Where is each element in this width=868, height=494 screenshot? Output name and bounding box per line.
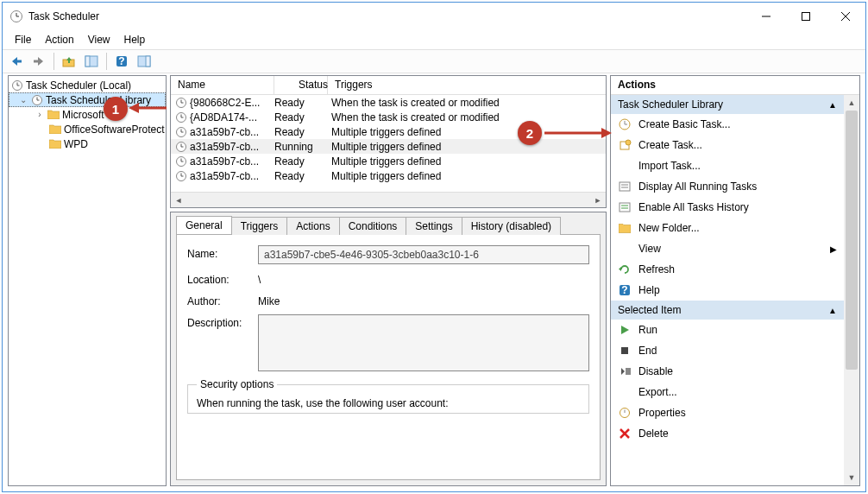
action-item[interactable]: Delete [611, 423, 844, 444]
close-button[interactable] [826, 3, 865, 29]
action-label: Help [638, 284, 660, 296]
task-triggers: When the task is created or modified [326, 111, 606, 124]
tab-conditions[interactable]: Conditions [339, 217, 407, 235]
forward-button[interactable] [28, 51, 49, 72]
tree-root[interactable]: Task Scheduler (Local) [9, 78, 166, 92]
security-legend: Security options [197, 378, 277, 390]
scroll-up-button[interactable]: ▲ [844, 95, 859, 111]
tree-child-wpd[interactable]: WPD [9, 136, 166, 151]
svg-marker-51 [619, 267, 621, 271]
actions-section-header[interactable]: Task Scheduler Library▲ [611, 95, 844, 114]
action-item[interactable]: View▶ [611, 238, 844, 259]
disable-icon [618, 365, 632, 377]
scroll-left-button[interactable]: ◄ [171, 193, 186, 207]
action-item[interactable]: Disable [611, 361, 844, 382]
actions-section-header[interactable]: Selected Item▲ [611, 301, 844, 320]
action-item[interactable]: Export... [611, 382, 844, 402]
name-field[interactable] [258, 245, 589, 264]
security-text: When running the task, use the following… [197, 397, 580, 409]
action-item[interactable]: Enable All Tasks History [611, 197, 844, 218]
task-status: Ready [273, 155, 326, 168]
expand-icon[interactable]: › [35, 110, 45, 119]
action-item[interactable]: Create Task... [611, 135, 844, 155]
action-label: Disable [638, 365, 673, 377]
action-item[interactable]: Refresh [611, 259, 844, 280]
scroll-thumb[interactable] [846, 111, 858, 370]
action-label: Import Task... [638, 160, 701, 172]
display-tasks-icon [618, 180, 632, 193]
maximize-button[interactable] [786, 3, 826, 29]
svg-rect-8 [34, 60, 39, 63]
up-folder-button[interactable] [59, 51, 79, 72]
action-item[interactable]: Run [611, 320, 844, 340]
show-hide-actions-button[interactable] [134, 51, 154, 72]
tab-general[interactable]: General [176, 216, 232, 234]
action-item[interactable]: Display All Running Tasks [611, 176, 844, 197]
tab-actions[interactable]: Actions [286, 217, 339, 235]
action-label: Delete [638, 428, 669, 440]
clock-icon [174, 97, 188, 109]
action-item[interactable]: End [611, 340, 844, 361]
task-details: General Triggers Actions Conditions Sett… [170, 212, 607, 486]
library-icon [30, 94, 44, 106]
tab-triggers[interactable]: Triggers [231, 217, 288, 235]
menu-file[interactable]: File [8, 32, 38, 48]
action-item[interactable]: ?Help [611, 280, 844, 301]
menu-action[interactable]: Action [38, 32, 80, 48]
tab-settings[interactable]: Settings [406, 217, 462, 235]
col-status[interactable]: Status [274, 76, 328, 94]
expand-icon[interactable]: ⌄ [18, 95, 28, 104]
action-item[interactable]: Create Basic Task... [611, 114, 844, 135]
menu-view[interactable]: View [81, 32, 117, 48]
svg-marker-56 [621, 368, 625, 375]
tree-pane[interactable]: Task Scheduler (Local) ⌄ Task Scheduler … [8, 75, 167, 486]
table-row[interactable]: a31a59b7-cb...ReadyMultiple triggers def… [171, 154, 606, 168]
svg-text:?: ? [621, 284, 627, 296]
show-hide-tree-button[interactable] [81, 51, 102, 72]
table-row[interactable]: {AD8DA174-...ReadyWhen the task is creat… [171, 110, 606, 124]
col-triggers[interactable]: Triggers [328, 76, 606, 94]
action-item[interactable]: Properties [611, 402, 844, 423]
action-item[interactable]: New Folder... [611, 218, 844, 238]
menu-help[interactable]: Help [117, 32, 153, 48]
window-buttons [746, 3, 865, 29]
task-list[interactable]: Name Status Triggers {980668C2-E...Ready… [170, 75, 607, 208]
svg-rect-4 [802, 13, 810, 21]
action-item[interactable]: Import Task... [611, 155, 844, 176]
help-icon: ? [618, 283, 632, 297]
table-row[interactable]: a31a59b7-cb...RunningMultiple triggers d… [171, 139, 606, 154]
action-label: Run [638, 324, 657, 336]
back-button[interactable] [6, 51, 27, 72]
toolbar-sep2 [106, 53, 107, 70]
col-name[interactable]: Name [171, 76, 274, 94]
svg-rect-48 [620, 203, 630, 212]
tree-child-office[interactable]: OfficeSoftwareProtect [9, 122, 166, 136]
task-status: Ready [273, 97, 326, 109]
scroll-down-button[interactable]: ▼ [844, 470, 859, 485]
app-icon [9, 10, 23, 23]
tree-root-label: Task Scheduler (Local) [26, 79, 131, 92]
description-field[interactable] [258, 314, 589, 371]
minimize-button[interactable] [746, 3, 786, 29]
content-area: Task Scheduler (Local) ⌄ Task Scheduler … [3, 73, 865, 491]
tree-child-microsoft[interactable]: › Microsoft [9, 107, 166, 122]
table-row[interactable]: a31a59b7-cb...ReadyMultiple triggers def… [171, 168, 606, 183]
actions-pane: Actions Task Scheduler Library▲Create Ba… [610, 75, 860, 486]
enable-history-icon [618, 200, 632, 214]
action-label: Create Basic Task... [638, 118, 731, 130]
scroll-right-button[interactable]: ► [590, 193, 606, 207]
tab-history[interactable]: History (disabled) [462, 217, 561, 235]
horizontal-scrollbar[interactable]: ◄ ► [171, 192, 606, 207]
location-value: \ [258, 271, 589, 286]
actions-scrollbar[interactable]: ▲ ▼ [844, 95, 859, 485]
help-button[interactable]: ? [111, 51, 132, 72]
table-row[interactable]: a31a59b7-cb...ReadyMultiple triggers def… [171, 124, 606, 139]
app-window: Task Scheduler File Action View Help ? T… [2, 2, 866, 492]
task-status: Running [273, 141, 326, 153]
tree-library[interactable]: ⌄ Task Scheduler Library [9, 92, 166, 107]
task-name: a31a59b7-cb... [188, 141, 273, 153]
clock-icon [174, 141, 188, 153]
task-triggers: Multiple triggers defined [326, 141, 606, 153]
table-row[interactable]: {980668C2-E...ReadyWhen the task is crea… [171, 95, 606, 110]
blank-icon [618, 386, 632, 398]
